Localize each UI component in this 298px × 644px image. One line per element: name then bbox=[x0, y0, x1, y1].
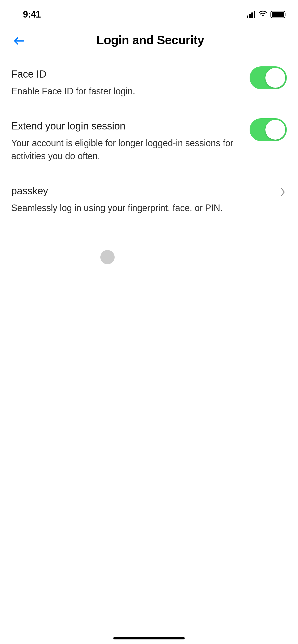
setting-title: Extend your login session bbox=[11, 120, 287, 132]
settings-list: Face ID Enable Face ID for faster login.… bbox=[0, 57, 298, 226]
setting-description: Seamlessly log in using your fingerprint… bbox=[11, 202, 261, 214]
back-arrow-icon bbox=[13, 36, 25, 46]
face-id-toggle[interactable] bbox=[250, 66, 287, 89]
status-icons bbox=[247, 10, 285, 19]
setting-description: Your account is eligible for longer logg… bbox=[11, 137, 261, 163]
status-time: 9:41 bbox=[23, 9, 41, 20]
setting-title: Face ID bbox=[11, 68, 287, 80]
setting-description: Enable Face ID for faster login. bbox=[11, 85, 261, 98]
page-header: Login and Security bbox=[0, 25, 298, 57]
battery-icon bbox=[270, 11, 285, 18]
back-button[interactable] bbox=[13, 36, 25, 47]
page-title: Login and Security bbox=[96, 33, 204, 47]
status-bar: 9:41 bbox=[0, 0, 298, 25]
wifi-icon bbox=[258, 10, 267, 19]
setting-row-face-id: Face ID Enable Face ID for faster login. bbox=[11, 57, 287, 109]
cellular-signal-icon bbox=[247, 11, 255, 18]
home-indicator bbox=[113, 637, 185, 639]
setting-row-passkey[interactable]: passkey Seamlessly log in using your fin… bbox=[11, 174, 287, 226]
setting-title: passkey bbox=[11, 185, 287, 197]
extend-session-toggle[interactable] bbox=[250, 118, 287, 141]
setting-row-extend-session: Extend your login session Your account i… bbox=[11, 109, 287, 174]
chevron-right-icon bbox=[281, 188, 285, 197]
touch-indicator bbox=[100, 250, 115, 264]
